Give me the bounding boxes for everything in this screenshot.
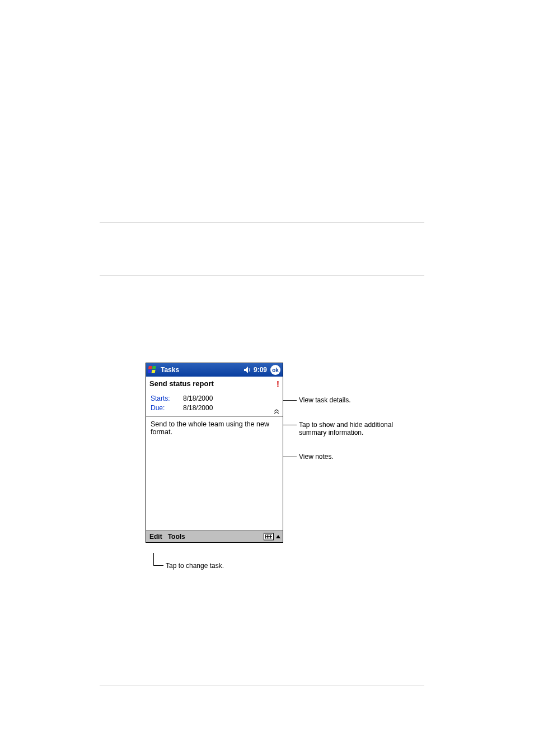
due-value: 8/18/2000: [183, 403, 213, 413]
titlebar: Tasks 9:09 ok: [146, 363, 283, 377]
svg-rect-3: [152, 370, 156, 373]
keyboard-icon[interactable]: [264, 533, 274, 540]
ok-button[interactable]: ok: [270, 365, 280, 375]
start-icon[interactable]: [147, 364, 158, 375]
callout-edit: Tap to change task.: [166, 562, 224, 570]
divider: [100, 222, 424, 223]
divider: [100, 275, 424, 276]
task-notes: Send to the whole team using the new for…: [146, 417, 283, 530]
pocketpc-screen: Tasks 9:09 ok Send status report ! Start…: [146, 363, 283, 543]
task-subject: Send status report: [149, 379, 214, 388]
callout-toggle: Tap to show and hide additional summary …: [299, 421, 416, 436]
due-row: Due: 8/18/2000: [151, 403, 278, 413]
collapse-details-icon[interactable]: [273, 408, 280, 415]
command-bar: Edit Tools: [146, 530, 283, 542]
svg-rect-1: [152, 366, 156, 369]
callout-leader: [283, 457, 297, 457]
svg-rect-0: [148, 366, 152, 369]
priority-high-icon: !: [277, 379, 279, 388]
svg-marker-4: [244, 367, 248, 373]
task-details-panel: Starts: 8/18/2000 Due: 8/18/2000: [146, 393, 283, 417]
clock-time[interactable]: 9:09: [254, 366, 267, 374]
input-panel-arrow-icon[interactable]: [276, 535, 280, 538]
callout-leader: [283, 400, 297, 401]
callout-leader: [153, 565, 163, 566]
svg-rect-2: [148, 370, 152, 373]
due-label: Due:: [151, 403, 183, 413]
callout-notes: View notes.: [299, 453, 334, 461]
callout-leader: [153, 553, 154, 565]
starts-value: 8/18/2000: [183, 394, 213, 403]
speaker-icon[interactable]: [244, 367, 252, 373]
task-subject-row: Send status report !: [146, 377, 283, 393]
divider: [100, 685, 424, 686]
edit-menu[interactable]: Edit: [149, 533, 162, 541]
app-title: Tasks: [161, 366, 244, 374]
starts-label: Starts:: [151, 394, 183, 403]
callout-details: View task details.: [299, 396, 351, 404]
starts-row: Starts: 8/18/2000: [151, 394, 278, 403]
tools-menu[interactable]: Tools: [168, 533, 185, 541]
callout-leader: [283, 425, 297, 425]
